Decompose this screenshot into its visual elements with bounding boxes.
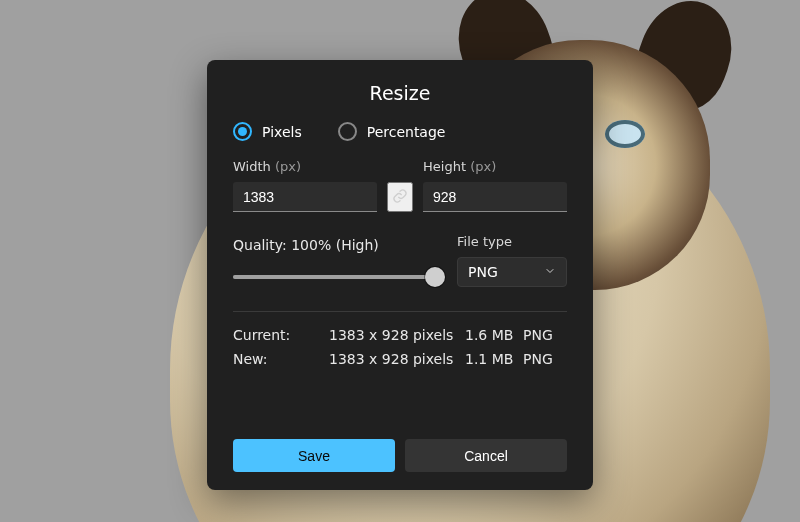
height-input[interactable] [423,182,567,212]
link-icon [392,188,408,207]
unit-percentage-label: Percentage [367,124,446,140]
quality-caption: Quality: 100% (High) [233,237,435,253]
info-new-dims: 1383 x 928 pixels [329,348,465,372]
quality-filetype-row: Quality: 100% (High) File type PNG [233,234,567,287]
resize-dialog: Resize Pixels Percentage Width (px) [207,60,593,490]
quality-section: Quality: 100% (High) [233,237,435,287]
unit-radio-group: Pixels Percentage [233,122,567,141]
dimensions-row: Width (px) Height (px) [233,159,567,212]
unit-pixels-radio[interactable]: Pixels [233,122,302,141]
dialog-title: Resize [233,82,567,104]
chevron-down-icon [544,264,556,280]
file-type-section: File type PNG [457,234,567,287]
slider-rail [233,275,435,279]
radio-dot-icon [338,122,357,141]
info-current-size: 1.6 MB [465,324,523,348]
info-new-fmt: PNG [523,348,567,372]
radio-dot-icon [233,122,252,141]
info-current-dims: 1383 x 928 pixels [329,324,465,348]
slider-fill [233,275,435,279]
width-field: Width (px) [233,159,377,212]
file-type-label: File type [457,234,567,249]
file-type-value: PNG [468,264,498,280]
slider-thumb[interactable] [425,267,445,287]
width-input[interactable] [233,182,377,212]
quality-slider[interactable] [233,267,435,287]
height-label: Height (px) [423,159,567,174]
info-row-current: Current: 1383 x 928 pixels 1.6 MB PNG [233,324,567,348]
cancel-button[interactable]: Cancel [405,439,567,472]
save-button[interactable]: Save [233,439,395,472]
divider [233,311,567,312]
height-field: Height (px) [423,159,567,212]
size-info-table: Current: 1383 x 928 pixels 1.6 MB PNG Ne… [233,324,567,372]
info-new-label: New: [233,348,329,372]
link-aspect-ratio-button[interactable] [387,182,413,212]
cat-eye-right-shape [605,120,645,148]
unit-percentage-radio[interactable]: Percentage [338,122,446,141]
cat-ear-right-shape [624,0,746,122]
file-type-select[interactable]: PNG [457,257,567,287]
info-row-new: New: 1383 x 928 pixels 1.1 MB PNG [233,348,567,372]
width-label: Width (px) [233,159,377,174]
info-current-fmt: PNG [523,324,567,348]
dialog-button-row: Save Cancel [233,439,567,472]
info-new-size: 1.1 MB [465,348,523,372]
info-current-label: Current: [233,324,329,348]
unit-pixels-label: Pixels [262,124,302,140]
